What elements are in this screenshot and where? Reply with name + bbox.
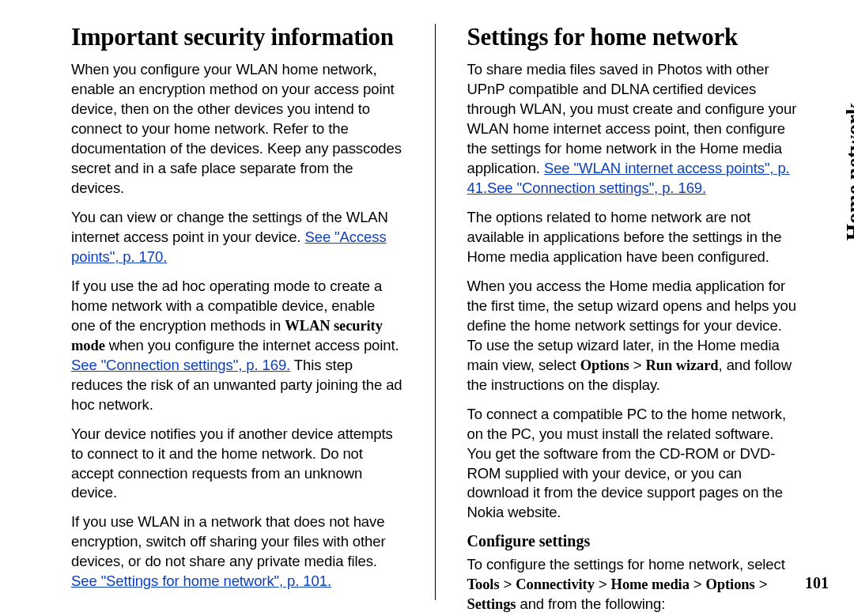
heading-security-info: Important security information — [71, 24, 403, 51]
sep2: > — [499, 576, 516, 592]
heading-settings-home: Settings for home network — [467, 24, 799, 51]
settings-para-2: The options related to home network are … — [467, 208, 799, 267]
nav-connectivity: Connectivity — [516, 576, 595, 592]
page-number: 101 — [805, 574, 829, 592]
settings-para-4: To connect a compatible PC to the home n… — [467, 405, 799, 523]
sep3: > — [595, 576, 611, 592]
nav-home-media: Home media — [611, 576, 690, 592]
right-column: Settings for home network To share media… — [467, 24, 799, 600]
left-column: Important security information When you … — [71, 24, 403, 600]
content-columns: Important security information When you … — [71, 24, 799, 600]
settings-para-1: To share media files saved in Photos wit… — [467, 60, 799, 198]
bold-run-wizard: Run wizard — [646, 357, 719, 373]
para5-text-a: If you use WLAN in a network that does n… — [71, 513, 386, 569]
sep1: > — [629, 357, 646, 373]
sep4: > — [690, 576, 706, 592]
para3-text-b: when you configure the internet access p… — [105, 337, 399, 353]
settings-para-3: When you access the Home media applicati… — [467, 277, 799, 395]
manual-page: Home network 101 Important security info… — [0, 0, 854, 616]
nav-tools: Tools — [467, 576, 500, 592]
sep5: > — [755, 576, 768, 592]
subheading-configure: Configure settings — [467, 532, 799, 550]
nav-settings: Settings — [467, 596, 516, 612]
link-connection-settings-2[interactable]: See "Connection settings", p. 169. — [487, 180, 706, 196]
nav-options: Options — [706, 576, 755, 592]
security-para-2: You can view or change the settings of t… — [71, 208, 403, 267]
rp5-text-a: To configure the settings for home netwo… — [467, 556, 785, 573]
security-para-1: When you configure your WLAN home networ… — [71, 60, 403, 198]
settings-para-5: To configure the settings for home netwo… — [467, 555, 799, 614]
security-para-3: If you use the ad hoc operating mode to … — [71, 277, 403, 415]
link-settings-home-network[interactable]: See "Settings for home network", p. 101. — [71, 573, 331, 589]
side-title-text: Home network — [841, 103, 854, 240]
rp5-text-b: and from the following: — [516, 595, 665, 612]
link-connection-settings[interactable]: See "Connection settings", p. 169. — [71, 357, 290, 373]
side-section-title: Home network — [841, 103, 854, 240]
bold-options: Options — [580, 357, 629, 373]
security-para-5: If you use WLAN in a network that does n… — [71, 512, 403, 591]
security-para-4: Your device notifies you if another devi… — [71, 425, 403, 504]
column-divider — [435, 24, 436, 600]
